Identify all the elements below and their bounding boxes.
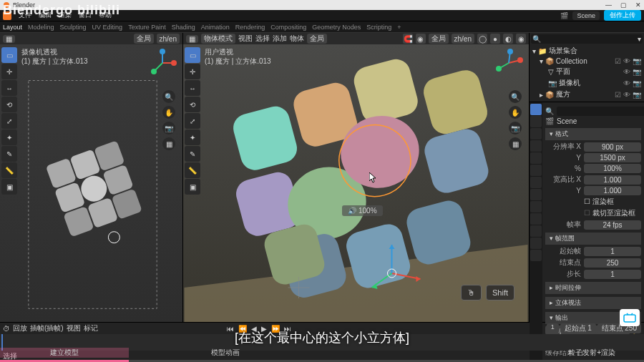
tool-scale[interactable]: ⤢ [185,113,200,129]
tab-texpaint[interactable]: Texture Paint [128,24,166,31]
tab-compositing[interactable]: Compositing [270,24,306,31]
camera-icon[interactable]: 📷 [509,122,522,134]
editor-type-icon[interactable]: ⏱ [3,325,10,333]
jump-start-icon[interactable]: ⏮ [227,325,234,333]
menu-object[interactable]: 物体 [290,34,304,44]
tab-animation[interactable]: Animation [201,24,230,31]
bilibili-upload-icon[interactable] [620,309,640,326]
tab-viewlayer[interactable] [530,128,542,140]
chk-crop[interactable]: ☐ 裁切至渲染框 [584,208,635,218]
frame-start[interactable]: 1 [584,247,641,256]
shading-solid-icon[interactable]: ● [490,34,500,44]
proportional-icon[interactable]: ◉ [416,34,426,44]
tool-rotate[interactable]: ⟲ [1,97,17,112]
zoom-icon[interactable]: 🔍 [162,90,175,103]
fps[interactable]: 24 fps [584,220,641,230]
editor-type-icon[interactable]: ▦ [3,35,15,43]
res-pct[interactable]: 100% [584,164,641,173]
tl-playback[interactable]: 回放 [13,323,27,333]
tool-scale[interactable]: ⤢ [1,113,17,129]
nav-gizmo[interactable] [494,49,523,77]
nav-gizmo[interactable] [148,49,177,77]
orientation[interactable]: 全局 [134,34,154,44]
mode-selector[interactable]: 物体模式 [201,34,235,44]
outliner[interactable]: 🔍 ▾ ▾ 📁 场景集合 ▾ 📦 Collection☑ 👁 📷 ▽ 平面👁 📷… [530,33,644,102]
section-stereo[interactable]: ▸ 立体视法 [545,297,641,309]
outliner-collection[interactable]: ▾ 📦 Collection☑ 👁 📷 [531,57,643,66]
viewport-camera[interactable]: ▦ 全局 zh/en 摄像机透视(1) 魔方 | 立方体.013 ▭ ✛ [0,33,183,322]
res-y[interactable]: 1500 px [584,153,641,162]
prop-search[interactable] [557,107,644,116]
editor-type-icon[interactable]: ▦ [186,35,198,43]
chk-region[interactable]: ☐ 渲染框 [584,197,614,207]
current-frame[interactable]: 1 [547,323,559,333]
tab-scene[interactable] [530,140,542,152]
tab-shading[interactable]: Shading [172,24,195,31]
tab-uv[interactable]: UV Editing [92,24,123,31]
tab-add[interactable]: + [397,24,401,31]
shading-render-icon[interactable]: ◉ [516,34,526,44]
window-controls[interactable]: — ▢ ✕ [605,1,641,9]
outliner-item-camera[interactable]: 📷 摄像机👁 📷 [531,77,643,89]
shading-wire-icon[interactable]: ◯ [477,34,487,44]
menu-add[interactable]: 添加 [273,34,287,44]
tab-object[interactable] [530,165,542,176]
maximize-icon[interactable]: ▢ [620,1,627,9]
shading-matprev-icon[interactable]: ◐ [503,34,513,44]
tool-annotate[interactable]: ✎ [1,146,17,162]
tab-rendering[interactable]: Rendering [235,24,265,31]
tab-render[interactable] [530,104,542,115]
outliner-root[interactable]: ▾ 📁 场景集合 [531,45,643,57]
tool-move[interactable]: ↔ [185,80,200,96]
outliner-item-plane[interactable]: ▽ 平面👁 📷 [531,66,643,77]
tab-modifier[interactable] [530,177,542,188]
outliner-item-cube[interactable]: ▸ 📦 魔方☑ 👁 📷 [531,89,643,100]
tab-output[interactable] [530,116,542,127]
persp-icon[interactable]: ▦ [509,137,522,150]
camera-icon[interactable]: 📷 [162,122,175,134]
frame-end[interactable]: 250 [584,258,641,268]
tab-constraint[interactable] [530,213,542,225]
tool-addcube[interactable]: ▣ [185,179,200,195]
tab-particle[interactable] [530,189,542,200]
tab-geonodes[interactable]: Geometry Nodes [312,24,361,31]
close-icon[interactable]: ✕ [635,1,641,9]
tool-addcube[interactable]: ▣ [1,179,17,195]
tool-move[interactable]: ↔ [1,80,17,96]
transform-menu[interactable]: 全局 [429,34,449,44]
tab-scripting[interactable]: Scripting [366,24,391,31]
lang-toggle[interactable]: zh/en [157,34,180,44]
menu-select[interactable]: 选择 [255,34,270,44]
tab-world[interactable] [530,152,542,164]
persp-icon[interactable]: ▦ [162,137,175,150]
tab-data[interactable] [530,225,542,237]
tool-transform[interactable]: ✦ [185,129,200,145]
res-x[interactable]: 900 px [584,142,641,152]
menu-view[interactable]: 视图 [238,34,253,44]
lang-toggle[interactable]: zh/en [452,34,474,44]
scene-name[interactable]: Scene [557,117,577,125]
frame-step[interactable]: 1 [584,270,641,279]
outliner-search[interactable]: 🔍 ▾ [531,34,643,44]
section-time[interactable]: ▸ 时间拉伸 [545,282,641,294]
minimize-icon[interactable]: — [605,1,612,9]
tool-cursor[interactable]: ✛ [185,64,200,79]
tab-layout[interactable]: Layout [3,24,22,31]
tool-select[interactable]: ▭ [185,47,200,63]
viewport-main[interactable]: ▦ 物体模式 视图 选择 添加 物体 全局 🧲 ◉ 全局 zh/en ◯ ● ◐… [183,33,530,322]
scene-selector[interactable]: Scene [572,11,600,20]
section-range[interactable]: ▾ 帧范围 [545,233,641,245]
tool-measure[interactable]: 📏 [185,162,200,178]
tab-material[interactable] [530,238,542,249]
tab-physics[interactable] [530,201,542,212]
snap-icon[interactable]: 🧲 [403,34,413,44]
upload-button[interactable]: 创作上传 [604,10,641,21]
tool-annotate[interactable]: ✎ [185,146,200,162]
aspect-y[interactable]: 1.000 [584,186,641,195]
start-frame[interactable]: 起始点 1 [560,323,596,333]
tab-texture[interactable] [530,250,542,261]
tl-marker[interactable]: 标记 [84,323,98,333]
tab-sculpting[interactable]: Sculpting [60,24,87,31]
aspect-x[interactable]: 1.000 [584,175,641,185]
pan-icon[interactable]: ✋ [162,106,175,119]
